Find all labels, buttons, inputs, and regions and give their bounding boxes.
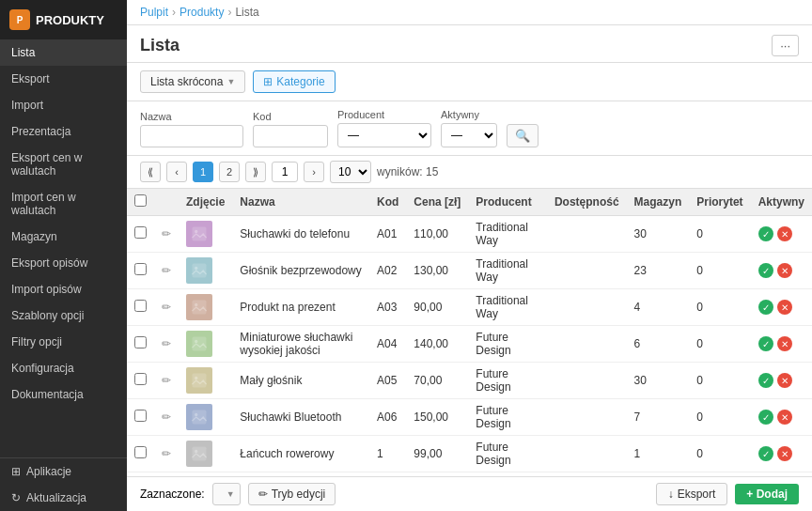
edit-icon[interactable]: ✏ xyxy=(162,337,171,350)
status-deactivate-icon[interactable]: ✕ xyxy=(777,226,792,241)
breadcrumb-pulpit[interactable]: Pulpit xyxy=(140,6,168,19)
filter-aktywny-label: Aktywny xyxy=(441,109,497,120)
row-checkbox[interactable] xyxy=(134,410,147,422)
table-row: ✏ Produkt na prezent A03 90,00 Tradition… xyxy=(127,289,812,326)
export-label: Eksport xyxy=(678,488,716,501)
edit-icon[interactable]: ✏ xyxy=(162,447,171,460)
edit-mode-label: Tryb edycji xyxy=(272,488,326,501)
row-checkbox-cell xyxy=(127,289,154,326)
more-button[interactable]: ··· xyxy=(772,35,799,56)
row-checkbox-cell xyxy=(127,436,154,472)
table-icon: ⊞ xyxy=(263,75,273,88)
sidebar-item-konfiguracja[interactable]: Konfiguracja xyxy=(0,355,127,381)
col-kod: Kod xyxy=(369,189,406,216)
page-2-button[interactable]: 2 xyxy=(219,162,240,182)
select-all-checkbox[interactable] xyxy=(134,194,147,207)
row-image-cell xyxy=(179,326,232,363)
sidebar-item-dokumentacja[interactable]: Dokumentacja xyxy=(0,381,127,408)
status-deactivate-icon[interactable]: ✕ xyxy=(777,336,792,351)
sidebar-item-eksport[interactable]: Eksport xyxy=(0,66,127,92)
search-button[interactable]: 🔍 xyxy=(507,124,539,147)
row-name: Mały głośnik xyxy=(232,363,369,399)
toolbar: Lista skrócona ▼ ⊞ Kategorie xyxy=(127,63,812,101)
rows-per-page-select[interactable]: 10 25 50 xyxy=(330,161,371,183)
row-dostepnosc xyxy=(547,363,627,399)
row-priorytet: 0 xyxy=(689,436,750,472)
go-page-button[interactable]: › xyxy=(304,162,324,182)
row-kod: A06 xyxy=(369,399,406,436)
main-content: Pulpit › Produkty › Lista Lista ··· List… xyxy=(127,0,812,511)
sidebar-bottom-label-1: Aplikacje xyxy=(26,465,71,478)
filter-producent-select[interactable]: — xyxy=(337,123,431,147)
row-image-cell xyxy=(179,289,232,326)
edit-icon[interactable]: ✏ xyxy=(162,227,171,240)
sidebar-item-eksport-opisów[interactable]: Eksport opisów xyxy=(0,250,127,276)
products-table-wrap: Zdjęcie Nazwa Kod Cena [zł] Producent Do… xyxy=(127,189,812,476)
row-dostepnosc xyxy=(547,289,627,326)
status-deactivate-icon[interactable]: ✕ xyxy=(777,446,792,461)
sidebar-item-prezentacja[interactable]: Prezentacja xyxy=(0,118,127,145)
first-page-button[interactable]: ⟪ xyxy=(140,162,161,182)
list-type-button[interactable]: Lista skrócona ▼ xyxy=(140,70,245,93)
download-icon: ↓ xyxy=(668,488,674,501)
sidebar-item-aktualizacja[interactable]: ↻ Aktualizacja xyxy=(0,485,127,511)
row-checkbox[interactable] xyxy=(134,300,147,312)
product-thumbnail xyxy=(186,257,212,284)
zaznaczone-select[interactable] xyxy=(212,483,241,505)
image-icon xyxy=(190,334,209,353)
sidebar-item-import[interactable]: Import xyxy=(0,92,127,118)
edit-icon[interactable]: ✏ xyxy=(162,410,171,424)
status-deactivate-icon[interactable]: ✕ xyxy=(777,263,792,278)
status-deactivate-icon[interactable]: ✕ xyxy=(777,300,792,315)
image-icon xyxy=(190,371,209,390)
edit-icon[interactable]: ✏ xyxy=(162,264,171,277)
row-aktywny: ✓ ✕ xyxy=(751,289,812,326)
table-row: ✏ Mały głośnik A05 70,00 Future Design 3… xyxy=(127,363,812,399)
row-producent: Traditional Way xyxy=(468,253,547,289)
breadcrumb-produkty[interactable]: Produkty xyxy=(180,6,224,19)
results-label: wyników: 15 xyxy=(377,165,438,178)
product-thumbnail xyxy=(186,367,212,394)
sidebar-item-import-opisów[interactable]: Import opisów xyxy=(0,276,127,302)
row-checkbox[interactable] xyxy=(134,373,147,385)
row-checkbox[interactable] xyxy=(134,226,147,239)
row-dostepnosc xyxy=(547,399,627,436)
sidebar-item-szablony-opcji[interactable]: Szablony opcji xyxy=(0,302,127,329)
row-name: Słuchawki do telefonu xyxy=(232,216,369,253)
filter-kod-input[interactable] xyxy=(253,125,328,147)
edit-icon[interactable]: ✏ xyxy=(162,301,171,314)
last-page-button[interactable]: ⟫ xyxy=(245,162,266,182)
page-1-button[interactable]: 1 xyxy=(193,162,213,182)
sidebar-item-lista[interactable]: Lista xyxy=(0,39,127,66)
status-active-icon: ✓ xyxy=(758,263,773,278)
row-cena: 99,00 xyxy=(406,436,468,472)
prev-page-button[interactable]: ‹ xyxy=(166,162,187,182)
row-checkbox[interactable] xyxy=(134,446,147,458)
page-input[interactable] xyxy=(272,162,298,182)
category-button[interactable]: ⊞ Kategorie xyxy=(253,70,335,93)
row-cena: 140,00 xyxy=(406,326,468,363)
status-deactivate-icon[interactable]: ✕ xyxy=(777,410,792,425)
edit-mode-button[interactable]: ✏ Tryb edycji xyxy=(248,483,336,505)
row-image-cell xyxy=(179,436,232,472)
add-button[interactable]: + Dodaj xyxy=(735,484,799,504)
row-checkbox[interactable] xyxy=(134,336,147,348)
zaznaczone-wrap: ▼ xyxy=(212,483,241,505)
sidebar-item-filtry-opcji[interactable]: Filtry opcji xyxy=(0,329,127,355)
edit-icon[interactable]: ✏ xyxy=(162,374,171,387)
filter-aktywny-select[interactable]: — xyxy=(441,123,497,147)
sidebar-item-aplikacje[interactable]: ⊞ Aplikacje xyxy=(0,458,127,485)
row-dostepnosc xyxy=(547,326,627,363)
sidebar-item-eksport-cen-w-walutach[interactable]: Eksport cen w walutach xyxy=(0,145,127,184)
row-kod: 1 xyxy=(369,436,406,472)
sidebar-item-import-cen-w-walutach[interactable]: Import cen w walutach xyxy=(0,184,127,224)
row-cena: 70,00 xyxy=(406,363,468,399)
row-name: Słuchawki Bluetooth xyxy=(232,399,369,436)
export-button[interactable]: ↓ Eksport xyxy=(656,483,728,505)
status-deactivate-icon[interactable]: ✕ xyxy=(777,373,792,388)
chevron-down-icon: ▼ xyxy=(226,77,235,86)
row-checkbox[interactable] xyxy=(134,263,147,275)
filter-nazwa-input[interactable] xyxy=(140,125,243,147)
col-dostepnosc: Dostępność xyxy=(547,189,627,216)
sidebar-item-magazyn[interactable]: Magazyn xyxy=(0,224,127,250)
